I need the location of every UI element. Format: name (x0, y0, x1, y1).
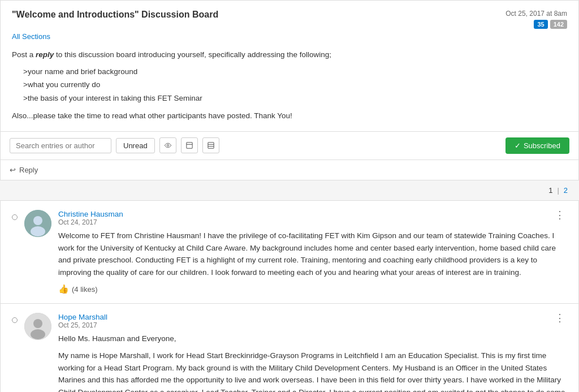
instructions-intro: Post a reply to this discussion board in… (12, 49, 567, 61)
svg-point-11 (31, 329, 45, 339)
post-menu-button[interactable]: ⋮ (552, 210, 567, 220)
unread-button[interactable]: Unread (116, 138, 155, 153)
visibility-icon-button[interactable] (159, 137, 176, 153)
table-row: Hope Marshall Oct 25, 2017 ⋮ Hello Ms. H… (0, 304, 579, 392)
expand-icon (186, 141, 193, 149)
svg-point-0 (167, 145, 168, 147)
avatar (24, 210, 51, 237)
thumbs-up-icon: 👍 (58, 284, 69, 294)
expand-icon-button[interactable] (181, 137, 198, 153)
post-menu-button[interactable]: ⋮ (552, 313, 567, 323)
post-date-header: Oct 25, 2017 at 8am (505, 10, 567, 18)
post-read-indicator (12, 317, 18, 323)
svg-rect-1 (186, 143, 192, 148)
post-author[interactable]: Hope Marshall (58, 313, 107, 321)
avatar-image (24, 313, 51, 340)
total-count-badge: 142 (550, 20, 567, 29)
svg-point-8 (31, 226, 45, 236)
reply-label: Reply (19, 166, 38, 174)
discussion-title: "Welcome and Introductions" Discussion B… (12, 10, 218, 20)
bullet-1: >your name and brief background (12, 66, 567, 78)
eye-icon (165, 142, 171, 149)
reply-bar[interactable]: ↩ Reply (0, 160, 579, 180)
subscribed-label: Subscribed (524, 141, 560, 150)
bullet-3: >the basis of your interest in taking th… (12, 92, 567, 105)
page-2-link[interactable]: 2 (564, 186, 568, 195)
post-text: Welcome to FET from Christine Hausman! I… (58, 230, 567, 278)
collapse-icon (208, 141, 214, 149)
collapse-icon-button[interactable] (202, 137, 219, 153)
post-date: Oct 25, 2017 (58, 321, 107, 329)
unread-count-badge: 35 (534, 20, 547, 29)
posts-section: Christine Hausman Oct 24, 2017 ⋮ Welcome… (0, 200, 579, 392)
svg-point-7 (33, 216, 42, 225)
check-icon: ✓ (515, 141, 521, 150)
post-author[interactable]: Christine Hausman (58, 210, 123, 218)
post-likes: 👍 (4 likes) (58, 284, 567, 294)
post-content: Christine Hausman Oct 24, 2017 ⋮ Welcome… (58, 210, 567, 294)
like-count: (4 likes) (72, 285, 98, 294)
post-date: Oct 24, 2017 (58, 218, 123, 226)
svg-rect-3 (208, 143, 213, 148)
all-sections-link[interactable]: All Sections (12, 32, 50, 41)
reply-arrow-icon: ↩ (10, 166, 16, 174)
discussion-toolbar: Unread ✓ Subscribed (0, 132, 579, 160)
avatar-image (24, 210, 51, 237)
page-1-link[interactable]: 1 (548, 186, 552, 195)
pagination: 1 | 2 (0, 180, 579, 200)
subscribed-button[interactable]: ✓ Subscribed (505, 137, 569, 154)
avatar (24, 313, 51, 340)
post-text: Hello Ms. Hausman and Everyone, My name … (58, 333, 567, 392)
post-content: Hope Marshall Oct 25, 2017 ⋮ Hello Ms. H… (58, 313, 567, 392)
bullet-2: >what you currently do (12, 79, 567, 91)
also-text: Also...please take the time to read what… (12, 110, 567, 122)
search-input[interactable] (10, 138, 111, 153)
table-row: Christine Hausman Oct 24, 2017 ⋮ Welcome… (0, 200, 579, 304)
post-read-indicator (12, 214, 18, 220)
svg-point-10 (33, 319, 42, 328)
